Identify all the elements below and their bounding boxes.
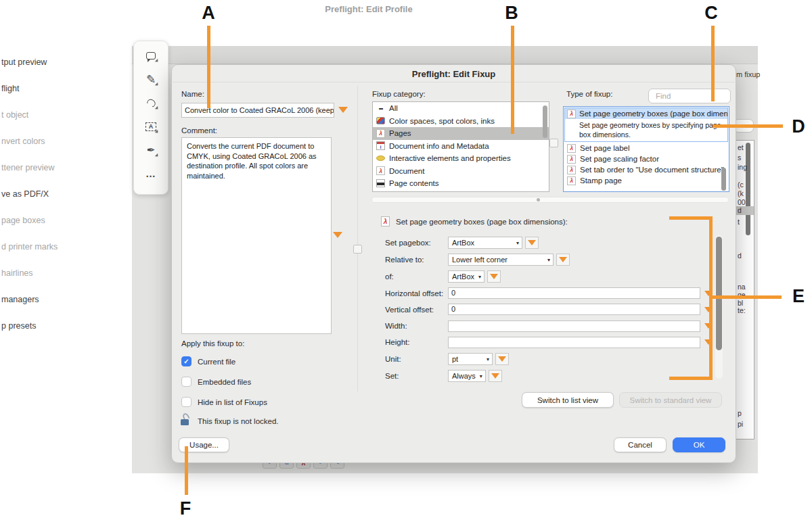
select-value: Lower left corner [452,256,508,264]
unlocked-padlock-icon[interactable] [180,414,191,425]
form-select[interactable]: Lower left corner ▾ [448,254,554,266]
pane-divider-handle[interactable] [549,139,558,147]
category-list-item[interactable]: Interactive elements and properties [373,152,549,165]
form-row: of: ArtBox ▾ ArtBox [385,270,723,283]
type-of-fixup-list: Set page geometry boxes (page box dimens… [563,106,729,192]
form-field-label: Set: [385,372,448,380]
selected-fixup-title[interactable]: Set page geometry boxes (page box dimens… [565,108,727,119]
form-select[interactable]: ArtBox ▾ [448,237,522,249]
sidebar-item[interactable]: tput preview [0,54,118,71]
category-list-item[interactable]: Pages [373,127,549,140]
form-field-label: Relative to: [385,256,448,264]
background-list-row: (k [736,189,754,198]
background-list-row: d [736,252,754,260]
type-of-fixup-label: Type of fixup: [566,90,612,98]
preset-dropdown-button[interactable] [556,254,570,266]
dialog-titlebar[interactable]: Preflight: Edit Fixup [171,64,736,82]
comment-dropdown-icon[interactable] [333,232,342,238]
type-list-item[interactable]: Set page scaling factor [564,153,729,164]
horizontal-splitter[interactable] [371,197,729,203]
sidebar-item[interactable]: page boxes [0,212,118,229]
form-select[interactable]: ArtBox ▾ [448,270,484,283]
background-list-row: ing [736,163,754,172]
sidebar-item[interactable]: d printer marks [0,239,118,256]
form-field-label: Vertical offset: [385,306,448,314]
category-item-icon [376,179,385,187]
chevron-down-icon: ▾ [478,274,481,280]
callout-letter-c: C [700,3,723,24]
checkbox[interactable] [181,356,191,366]
sidebar-item[interactable]: p presets [0,318,118,335]
callout-bracket-e [669,377,713,380]
tool-button[interactable] [143,95,158,110]
type-list-item[interactable]: Set page label [564,143,729,153]
form-text-input[interactable]: 0 [448,287,700,299]
select-value: pt [452,355,458,363]
category-list-item[interactable]: Page contents [373,177,549,190]
background-list-row: et [736,143,754,152]
tool-button[interactable] [143,119,158,134]
category-item-label: All [389,104,398,112]
type-list-scrollbar[interactable] [721,168,726,191]
form-field-label: Unit: [385,355,448,363]
checkbox-label: Hide in list of Fixups [198,398,267,406]
sidebar-item[interactable]: hairlines [0,265,118,282]
cancel-button[interactable]: Cancel [614,437,667,452]
name-input[interactable]: Convert color to Coated GRACoL 2006 (kee… [181,103,334,118]
form-select[interactable]: pt ▾ [448,353,493,365]
pane-divider-handle[interactable] [353,245,362,254]
selected-fixup-block[interactable]: Set page geometry boxes (page box dimens… [564,108,728,142]
form-field-label: Width: [385,322,448,330]
checkbox-row[interactable]: Hide in list of Fixups [181,396,267,408]
ok-button[interactable]: OK [673,437,725,452]
name-preset-dropdown-icon[interactable] [338,107,348,113]
dialog-title: Preflight: Edit Fixup [171,69,736,79]
sidebar-item[interactable]: ve as PDF/X [0,186,118,203]
form-header: λ Set page geometry boxes (page box dime… [381,216,568,227]
category-scrollbar[interactable] [543,105,547,138]
preset-dropdown-button[interactable] [525,237,539,249]
type-list-item[interactable]: Stamp page [564,175,729,186]
category-list-item[interactable]: All [373,102,549,115]
category-list-item[interactable]: Color spaces, spot colors, inks [373,115,549,128]
form-text-input[interactable] [448,320,700,332]
checkbox[interactable] [181,377,191,387]
find-search-input[interactable]: Find [648,89,731,103]
preset-dropdown-button[interactable] [489,370,502,382]
callout-line-b [511,26,514,134]
sidebar-item[interactable]: flight [0,80,118,97]
form-text-input[interactable] [448,337,700,348]
comment-label: Comment: [181,126,217,135]
pane-divider[interactable] [357,86,358,391]
checkbox[interactable] [181,397,191,407]
checkbox-label: Embedded files [198,378,251,386]
sidebar-item[interactable]: managers [0,291,118,308]
form-row: Relative to: Lower left corner ▾ Lower l… [385,254,723,266]
type-item-label: Stamp page [580,176,622,185]
checkbox-row[interactable]: Current file [181,356,267,367]
comment-textarea[interactable]: Converts the current PDF document to CMY… [181,137,332,334]
lock-status-row: This fixup is not locked. [180,414,279,425]
background-list-row: d [736,206,754,215]
checkbox-row[interactable]: Embedded files [181,376,267,387]
sidebar-item[interactable]: nvert colors [0,133,118,150]
category-list-item[interactable]: Document [373,165,549,178]
sidebar-item[interactable]: t object [0,107,118,124]
switch-to-standard-view-button[interactable]: Switch to standard view [619,392,722,408]
background-list-row: s [736,153,754,162]
form-text-input[interactable]: 0 [448,304,700,315]
type-list-item[interactable]: Set tab order to "Use document structure… [564,164,729,175]
tool-button[interactable] [143,48,158,63]
category-item-icon [376,129,385,138]
preset-dropdown-button[interactable] [487,270,501,283]
sidebar-item[interactable]: ttener preview [0,160,118,176]
tool-button[interactable] [143,166,158,181]
category-list-item[interactable]: Document info and Metadata [373,140,549,153]
switch-to-list-view-button[interactable]: Switch to list view [522,392,614,408]
form-scrollbar-thumb[interactable] [716,237,722,350]
tool-button[interactable] [143,72,158,87]
tool-button[interactable] [143,143,158,158]
sidebar: tput preview flight t object nvert color… [0,54,118,344]
preset-dropdown-button[interactable] [495,353,509,365]
form-select[interactable]: Always ▾ [448,370,486,382]
